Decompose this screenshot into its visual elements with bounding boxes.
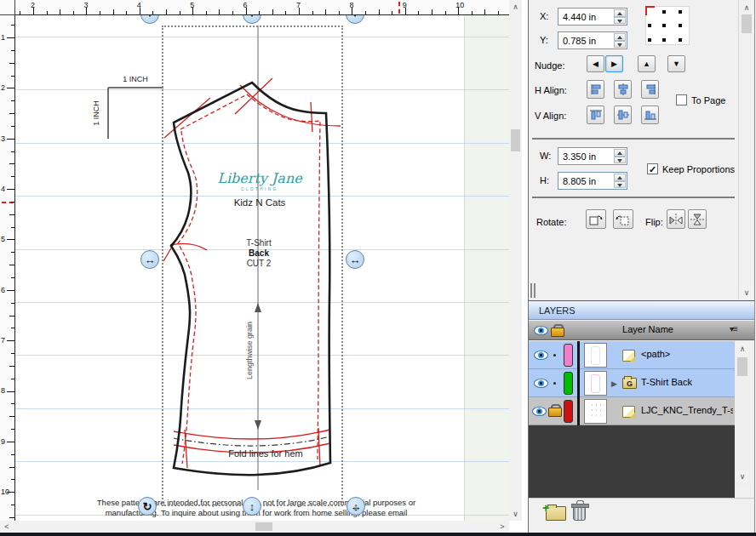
w-spin-down[interactable]	[614, 157, 626, 164]
width-input[interactable]: 3.350 in	[558, 147, 627, 165]
anchor-bottom-center[interactable]	[662, 38, 666, 42]
layer-name[interactable]: LJC_KNC_Trendy_T-shir	[641, 405, 733, 415]
w-spin-up[interactable]	[614, 149, 626, 157]
canvas-hscrollbar[interactable]: < >	[0, 521, 509, 533]
selection-bounding-box[interactable]	[162, 26, 343, 506]
layer-thumbnail[interactable]	[584, 371, 607, 396]
handle-move[interactable]: ↔↕	[346, 497, 365, 516]
layer-row-tshirt-back[interactable]: ▶ G T-Shirt Back	[529, 369, 735, 397]
panel-vscrollbar[interactable]: ∧ ∨	[738, 0, 753, 299]
visibility-eye-icon[interactable]	[534, 351, 548, 360]
rotate-ccw-button[interactable]	[586, 209, 606, 229]
canvas-vscrollbar[interactable]: ∧ ∨	[509, 0, 522, 521]
lock-state-dot[interactable]	[553, 354, 556, 356]
y-spinner[interactable]	[614, 33, 626, 48]
ruler-number: 7	[1, 336, 5, 345]
ruler-tick	[180, 11, 180, 14]
panel-gripper[interactable]	[530, 283, 532, 298]
keep-proportions-checkbox[interactable]	[647, 163, 658, 174]
expand-group-arrow[interactable]: ▶	[611, 379, 617, 388]
new-layer-button[interactable]: +	[546, 506, 566, 521]
anchor-bottom-right[interactable]	[679, 38, 682, 42]
layer-color-swatch[interactable]	[564, 372, 573, 395]
panel-vscroll-thumb[interactable]	[742, 14, 752, 33]
anchor-top-center[interactable]	[662, 10, 666, 14]
nudge-right-button[interactable]: ▶	[605, 55, 623, 72]
layer-color-swatch[interactable]	[564, 400, 573, 423]
layer-thumbnail[interactable]	[584, 343, 607, 368]
x-input[interactable]: 4.440 in	[558, 8, 627, 26]
align-right-button[interactable]	[641, 80, 659, 99]
anchor-point-selector[interactable]	[645, 6, 690, 45]
canvas[interactable]: 1 INCH 1 INCH Liberty Jane CLOTHING Kidz…	[15, 15, 509, 521]
ruler-number: 5	[1, 235, 5, 243]
x-spinner[interactable]	[614, 9, 626, 24]
vscroll-thumb[interactable]	[511, 129, 520, 151]
layer-color-swatch[interactable]	[564, 344, 573, 367]
handle-resize-left[interactable]: ↔	[140, 250, 159, 269]
w-spinner[interactable]	[614, 149, 626, 163]
align-middle-v-button[interactable]	[614, 105, 632, 124]
visibility-eye-icon[interactable]	[534, 379, 548, 388]
nudge-up-button[interactable]: ▲	[638, 55, 656, 72]
h-spin-down[interactable]	[614, 181, 626, 189]
panel-scroll-down-button[interactable]: ∨	[740, 286, 753, 299]
layers-scroll-down-button[interactable]: ∨	[736, 470, 749, 482]
rotate-cw-button[interactable]	[613, 209, 633, 229]
h-spin-up[interactable]	[614, 174, 626, 181]
layer-name-column-label: Layer Name	[597, 324, 699, 334]
nudge-down-button[interactable]: ▼	[667, 55, 685, 72]
layer-name[interactable]: T-Shirt Back	[641, 377, 692, 387]
handle-resize-right[interactable]: ↔	[346, 250, 364, 269]
layer-row-ljc-knc[interactable]: LJC_KNC_Trendy_T-shir	[529, 397, 735, 425]
ruler-tick	[339, 11, 340, 14]
layers-vscrollbar[interactable]: ∧ ∨	[735, 341, 750, 486]
ruler-tick	[86, 8, 87, 14]
rotate-label: Rotate:	[536, 217, 566, 227]
ruler-tick	[20, 11, 20, 14]
layers-panel-titlebar[interactable]: LAYERS	[529, 300, 755, 320]
scroll-right-button[interactable]: >	[495, 521, 509, 533]
anchor-center[interactable]	[662, 24, 666, 27]
ruler-left[interactable]: 12345678910	[0, 15, 15, 521]
anchor-mid-left[interactable]	[648, 24, 651, 27]
scroll-up-button[interactable]: ∧	[509, 0, 522, 14]
panel-scroll-up-button[interactable]: ∧	[740, 1, 753, 14]
align-bottom-button[interactable]	[641, 105, 659, 124]
anchor-mid-right[interactable]	[679, 24, 682, 27]
panel-gripper[interactable]	[534, 283, 536, 298]
anchor-top-right[interactable]	[679, 10, 682, 14]
handle-rotate[interactable]: ↻	[138, 497, 157, 516]
y-input[interactable]: 0.785 in	[558, 31, 627, 49]
layer-thumbnail[interactable]	[584, 399, 607, 424]
layer-row-path[interactable]: <path>	[529, 341, 735, 369]
ruler-tick	[498, 11, 499, 14]
x-spin-down[interactable]	[614, 17, 626, 25]
lock-state-dot[interactable]	[553, 382, 556, 385]
layer-lock-icon[interactable]	[548, 404, 560, 417]
delete-layer-button[interactable]	[573, 506, 586, 521]
to-page-checkbox[interactable]	[676, 94, 687, 105]
handle-resize-bottom[interactable]: ↕	[243, 497, 261, 516]
x-spin-up[interactable]	[614, 9, 626, 17]
height-input[interactable]: 8.805 in	[558, 172, 627, 190]
flip-horizontal-button[interactable]	[667, 209, 685, 229]
h-spinner[interactable]	[614, 174, 626, 188]
nudge-left-button[interactable]: ◀	[587, 55, 604, 72]
layers-menu-icon[interactable]: ▾≡	[730, 324, 737, 334]
visibility-eye-icon[interactable]	[532, 407, 547, 416]
layers-vscroll-thumb[interactable]	[737, 357, 747, 376]
scroll-left-button[interactable]: <	[0, 521, 14, 533]
scroll-down-button[interactable]: ∨	[509, 507, 522, 521]
y-spin-down[interactable]	[614, 41, 626, 48]
layers-scroll-up-button[interactable]: ∧	[736, 343, 749, 355]
hscroll-thumb[interactable]	[255, 522, 272, 531]
flip-vertical-button[interactable]	[688, 209, 707, 229]
anchor-bottom-left[interactable]	[648, 38, 651, 42]
layer-name[interactable]: <path>	[641, 349, 670, 359]
ruler-top[interactable]: 2345678910	[15, 0, 509, 15]
align-top-button[interactable]	[587, 105, 604, 124]
y-spin-up[interactable]	[614, 33, 626, 41]
align-center-h-button[interactable]	[614, 80, 632, 99]
align-left-button[interactable]	[587, 80, 604, 99]
